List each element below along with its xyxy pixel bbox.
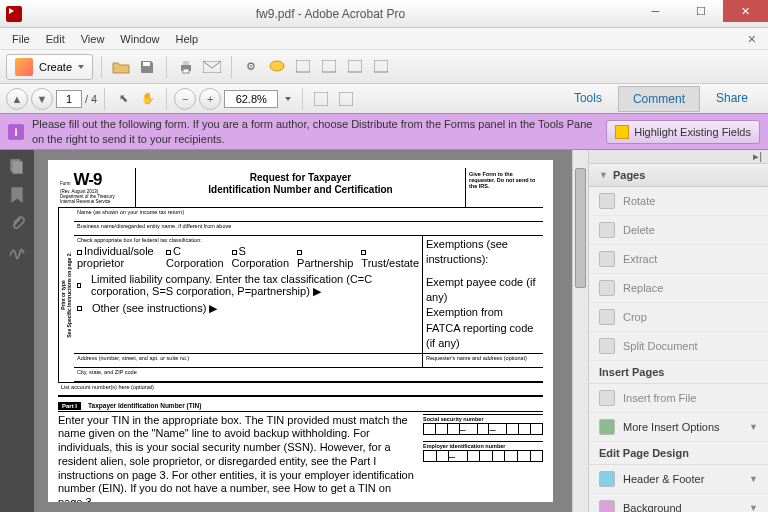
page-total: / 4 [85, 93, 97, 105]
nav-toolbar: ▲ ▼ / 4 ⬉ ✋ − + Tools Comment Share [0, 84, 768, 114]
scroll-thumb[interactable] [575, 168, 586, 288]
print-icon[interactable] [175, 56, 197, 78]
minimize-button[interactable]: ─ [633, 0, 678, 22]
checkbox[interactable] [77, 250, 82, 255]
svg-point-5 [270, 61, 284, 71]
zoom-caret-icon[interactable] [285, 97, 291, 101]
comment-link[interactable]: Comment [618, 86, 700, 112]
hand-icon[interactable]: ✋ [137, 88, 159, 110]
attachment-icon[interactable] [8, 214, 26, 232]
checkbox[interactable] [232, 250, 237, 255]
insert-file-item[interactable]: Insert from File [589, 384, 768, 413]
create-button[interactable]: Create [6, 54, 93, 80]
insert-section: Insert Pages [589, 361, 768, 384]
svg-rect-8 [348, 60, 362, 72]
form-revision: (Rev. August 2013) Department of the Tre… [60, 190, 133, 205]
menu-help[interactable]: Help [167, 31, 206, 47]
tool-icon-4[interactable] [370, 56, 392, 78]
tools-link[interactable]: Tools [560, 86, 616, 112]
menu-window[interactable]: Window [112, 31, 167, 47]
zoom-in-button[interactable]: + [199, 88, 221, 110]
gear-icon[interactable]: ⚙ [240, 56, 262, 78]
form-number: W-9 [74, 170, 102, 189]
document-area[interactable]: Form W-9 (Rev. August 2013) Department o… [34, 150, 588, 512]
menu-file[interactable]: File [4, 31, 38, 47]
crop-icon [599, 309, 615, 325]
replace-icon [599, 280, 615, 296]
tool-icon-1[interactable] [292, 56, 314, 78]
part1-text: Enter your TIN in the appropriate box. T… [58, 414, 417, 502]
header-footer-item[interactable]: Header & Footer▼ [589, 465, 768, 494]
checkbox[interactable] [361, 250, 366, 255]
name-row: Name (as shown on your income tax return… [74, 208, 543, 222]
svg-rect-3 [183, 69, 189, 73]
more-icon [599, 419, 615, 435]
background-item[interactable]: Background▼ [589, 494, 768, 512]
info-icon: i [8, 124, 24, 140]
svg-rect-10 [314, 92, 328, 106]
collapse-button[interactable]: ▸| [589, 150, 768, 164]
share-link[interactable]: Share [702, 86, 762, 112]
scrollbar[interactable] [572, 150, 588, 512]
account-row: List account number(s) here (optional) [58, 382, 543, 396]
delete-icon [599, 222, 615, 238]
next-page-button[interactable]: ▼ [31, 88, 53, 110]
rotate-icon [599, 193, 615, 209]
zoom-out-button[interactable]: − [174, 88, 196, 110]
bookmark-icon[interactable] [8, 186, 26, 204]
fit-icon-2[interactable] [335, 88, 357, 110]
checkbox[interactable] [297, 250, 302, 255]
header-icon [599, 471, 615, 487]
bg-icon [599, 500, 615, 512]
pdf-page: Form W-9 (Rev. August 2013) Department o… [48, 160, 553, 502]
email-icon[interactable] [201, 56, 223, 78]
zoom-input[interactable] [224, 90, 278, 108]
thumbnail-icon[interactable] [8, 158, 26, 176]
ssn-input[interactable]: –– [423, 423, 543, 435]
fit-icon-1[interactable] [310, 88, 332, 110]
give-form: Give Form to the requester. Do not send … [465, 168, 543, 207]
part1-title: Taxpayer Identification Number (TIN) [88, 402, 201, 409]
menu-close-doc[interactable]: × [740, 31, 764, 47]
more-insert-item[interactable]: More Insert Options▼ [589, 413, 768, 442]
open-icon[interactable] [110, 56, 132, 78]
checkbox[interactable] [77, 306, 82, 311]
tool-icon-2[interactable] [318, 56, 340, 78]
create-label: Create [39, 61, 72, 73]
replace-item[interactable]: Replace [589, 274, 768, 303]
close-button[interactable]: ✕ [723, 0, 768, 22]
svg-rect-7 [322, 60, 336, 72]
side-nav [0, 150, 34, 512]
highlight-fields-button[interactable]: Highlight Existing Fields [606, 120, 760, 144]
window-title: fw9.pdf - Adobe Acrobat Pro [28, 7, 633, 21]
checkbox[interactable] [166, 250, 171, 255]
requester-row: Requester's name and address (optional) [423, 354, 543, 367]
split-item[interactable]: Split Document [589, 332, 768, 361]
menu-edit[interactable]: Edit [38, 31, 73, 47]
tools-panel: ▸| ▼Pages Rotate Delete Extract Replace … [588, 150, 768, 512]
prev-page-button[interactable]: ▲ [6, 88, 28, 110]
save-icon[interactable] [136, 56, 158, 78]
title-bar: fw9.pdf - Adobe Acrobat Pro ─ ☐ ✕ [0, 0, 768, 28]
crop-item[interactable]: Crop [589, 303, 768, 332]
pages-header[interactable]: ▼Pages [589, 164, 768, 187]
checkbox[interactable] [77, 283, 81, 288]
menu-bar: File Edit View Window Help × [0, 28, 768, 50]
maximize-button[interactable]: ☐ [678, 0, 723, 22]
page-number-input[interactable] [56, 90, 82, 108]
menu-view[interactable]: View [73, 31, 113, 47]
part1-bar: Part I [58, 402, 81, 410]
delete-item[interactable]: Delete [589, 216, 768, 245]
ein-input[interactable]: – [423, 450, 543, 462]
comment-icon[interactable] [266, 56, 288, 78]
tool-icon-3[interactable] [344, 56, 366, 78]
signature-icon[interactable] [8, 242, 26, 260]
form-title-2: Identification Number and Certification [146, 184, 455, 196]
svg-rect-11 [339, 92, 353, 106]
svg-rect-9 [374, 60, 388, 72]
cursor-icon[interactable]: ⬉ [112, 88, 134, 110]
rotate-item[interactable]: Rotate [589, 187, 768, 216]
banner-text: Please fill out the following form. If y… [32, 117, 598, 146]
svg-rect-2 [183, 61, 189, 65]
extract-item[interactable]: Extract [589, 245, 768, 274]
